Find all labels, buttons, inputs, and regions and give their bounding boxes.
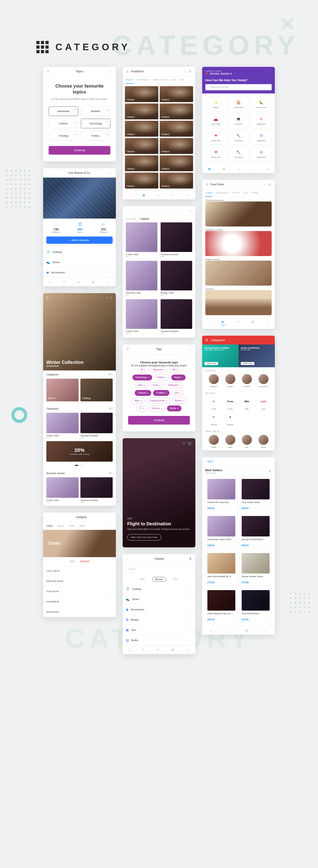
search-input[interactable]: Search bbox=[126, 566, 192, 572]
cart-icon[interactable]: 🛒 bbox=[188, 70, 192, 73]
nav-cart-icon[interactable]: 🛒 bbox=[223, 167, 226, 170]
food-item[interactable]: Category bbox=[160, 138, 193, 154]
list-item[interactable]: ◉Accessories› bbox=[122, 604, 195, 615]
discover-link[interactable]: DISCOVER › bbox=[46, 365, 113, 367]
product-card[interactable]: American armholes£99 bbox=[161, 299, 192, 335]
product-card[interactable]: V-neck T-shirt£99 bbox=[126, 299, 157, 335]
list-item[interactable]: FOOT WEAR› bbox=[43, 587, 116, 597]
food-card[interactable]: Nutella Crunchy bbox=[205, 258, 272, 286]
menu-icon[interactable]: ☰ bbox=[46, 70, 50, 73]
back-icon[interactable]: ‹ bbox=[126, 209, 130, 213]
menu-icon[interactable]: ⋮ bbox=[269, 70, 272, 73]
all-link[interactable]: All › bbox=[109, 373, 113, 376]
product-card[interactable]: American armholes£99 bbox=[161, 222, 192, 258]
tag-chip[interactable]: Style + bbox=[131, 398, 145, 404]
food-item[interactable]: Category bbox=[125, 173, 158, 188]
tab[interactable]: FRUITS bbox=[232, 189, 239, 197]
tab[interactable]: VEGETABLES bbox=[216, 189, 229, 197]
food-item[interactable]: Category bbox=[160, 173, 193, 188]
list-item[interactable]: SLEEPWEAR› bbox=[43, 597, 116, 607]
tag-chip[interactable]: Cryptocurrency + bbox=[146, 398, 170, 404]
order-button[interactable]: ORDER NOW bbox=[205, 362, 218, 365]
service-item[interactable]: 🐛Pest Control bbox=[251, 97, 272, 112]
product-card[interactable]: American armholes£99 bbox=[80, 413, 113, 439]
search-icon[interactable]: ⌕ bbox=[188, 209, 192, 213]
all-link[interactable]: All › bbox=[109, 472, 113, 474]
tag-chip[interactable]: Food + bbox=[150, 382, 163, 388]
nav-chat-icon[interactable]: ▭ bbox=[267, 167, 269, 170]
food-item[interactable]: Category bbox=[125, 86, 158, 102]
category-circle[interactable]: HH & M bbox=[205, 397, 222, 410]
nav-profile-icon[interactable]: ☺ bbox=[187, 194, 189, 197]
nav-cart-icon[interactable]: 🛒 bbox=[251, 320, 254, 326]
heart-icon[interactable]: ♡ bbox=[266, 591, 269, 594]
nav-calendar-icon[interactable]: ▦ bbox=[208, 167, 211, 170]
back-link[interactable]: ‹ Back bbox=[202, 457, 275, 466]
service-item[interactable]: 🔧Plumbing bbox=[228, 147, 249, 161]
add-favorites-button[interactable]: + Add to favorites bbox=[46, 237, 113, 244]
order-button[interactable]: ORDER NOW bbox=[241, 362, 254, 365]
stat[interactable]: ♡736Followers bbox=[52, 222, 61, 233]
product-card[interactable]: V-neck T-shirt£99 bbox=[46, 477, 79, 503]
food-item[interactable]: Category bbox=[160, 86, 193, 102]
camera-icon[interactable]: ◉ bbox=[188, 557, 192, 561]
promo-banner[interactable]: 20%for Autumn Sale is going bbox=[46, 441, 113, 462]
heart-icon[interactable]: ♡ bbox=[182, 441, 185, 446]
tab-woman[interactable]: Woman bbox=[152, 577, 166, 582]
service-item[interactable]: ❤Heath Care bbox=[205, 130, 226, 145]
product-card[interactable]: V-neck T-shirt£99 bbox=[46, 413, 79, 439]
nav-cart-icon[interactable]: 🛒 bbox=[171, 648, 174, 651]
tag-chip[interactable]: Business + bbox=[150, 367, 168, 373]
food-item[interactable]: Category bbox=[125, 103, 158, 119]
filter-icon[interactable]: ⚟ bbox=[268, 469, 272, 473]
tag-chip[interactable]: Science + bbox=[149, 405, 165, 411]
menu-icon[interactable]: ☰ bbox=[126, 70, 130, 73]
nav-settings-icon[interactable]: ⚙ bbox=[157, 648, 159, 651]
seller-card[interactable]: ♡Java Seven Beifadil Jg 74£75.00 bbox=[205, 551, 237, 586]
tag-chip[interactable]: Media + bbox=[167, 405, 181, 411]
nav-cart-icon[interactable]: 🛒 bbox=[92, 281, 95, 284]
search-icon[interactable]: ⌕ bbox=[109, 171, 113, 175]
heart-icon[interactable]: ♡ bbox=[106, 296, 108, 299]
nav-grid-icon[interactable]: ▦ bbox=[143, 194, 145, 197]
tag-chip[interactable]: Politics + bbox=[154, 375, 170, 380]
tag-chip[interactable]: Technology + bbox=[133, 375, 152, 380]
nav-profile-icon[interactable]: ☺ bbox=[107, 281, 110, 284]
tab[interactable]: CEREL bbox=[252, 189, 258, 197]
category-circle[interactable]: AAddidas bbox=[222, 412, 239, 426]
promo-books[interactable]: Books & StationeryFor Your Self ORDER NO… bbox=[239, 344, 275, 367]
tag-chip[interactable]: Football + bbox=[153, 390, 170, 396]
back-icon[interactable]: ‹ bbox=[46, 171, 50, 175]
list-item[interactable]: 👟Shoes› bbox=[43, 257, 116, 268]
nav-home-icon[interactable]: ⌂ bbox=[210, 629, 212, 632]
service-item[interactable]: ⚙Appliances bbox=[251, 130, 272, 145]
service-item[interactable]: ⚙Appliances bbox=[251, 113, 272, 128]
heart-icon[interactable]: ♡ bbox=[232, 554, 235, 557]
category-circle[interactable]: Specks bbox=[222, 374, 239, 388]
service-item[interactable]: ❤Heath Care bbox=[205, 147, 226, 161]
nav-heart-icon[interactable]: ♡ bbox=[227, 629, 229, 632]
tag-chip[interactable]: Job + bbox=[171, 390, 183, 396]
nav-feed-icon[interactable]: ▭ bbox=[157, 194, 160, 197]
search-input[interactable]: ⌕ Search for service bbox=[205, 84, 272, 90]
product-card[interactable]: V-neck T-shirt£99 bbox=[126, 222, 157, 258]
crumb-parent[interactable]: CLOTHING bbox=[126, 218, 137, 220]
nav-home-icon[interactable]: ⌂ bbox=[208, 320, 210, 326]
back-icon[interactable]: ‹ bbox=[46, 515, 50, 519]
tag-chip[interactable]: UX + bbox=[137, 367, 148, 373]
list-item[interactable]: ▤Books› bbox=[122, 635, 195, 645]
cart-icon[interactable]: 🛒 bbox=[268, 183, 272, 186]
tab[interactable]: MORE FRUITS bbox=[153, 76, 167, 84]
nav-list-icon[interactable]: ☰ bbox=[142, 648, 145, 651]
list-item[interactable]: ✿Beauty› bbox=[122, 615, 195, 625]
nav-home-icon[interactable]: ⌂ bbox=[129, 648, 130, 651]
search-icon[interactable]: ⌕ bbox=[109, 70, 113, 73]
nav-list-icon[interactable]: ☰ bbox=[63, 281, 65, 284]
food-item[interactable]: Category bbox=[125, 138, 158, 154]
nav-profile-icon[interactable]: ☺ bbox=[264, 629, 267, 632]
tab[interactable]: CER bbox=[179, 76, 183, 84]
list-item[interactable]: ◉Accessories› bbox=[43, 268, 116, 278]
food-item[interactable]: Category bbox=[160, 155, 193, 171]
service-item[interactable]: 🔧Plumbing bbox=[228, 130, 249, 145]
tab[interactable]: Cloths bbox=[46, 522, 53, 530]
